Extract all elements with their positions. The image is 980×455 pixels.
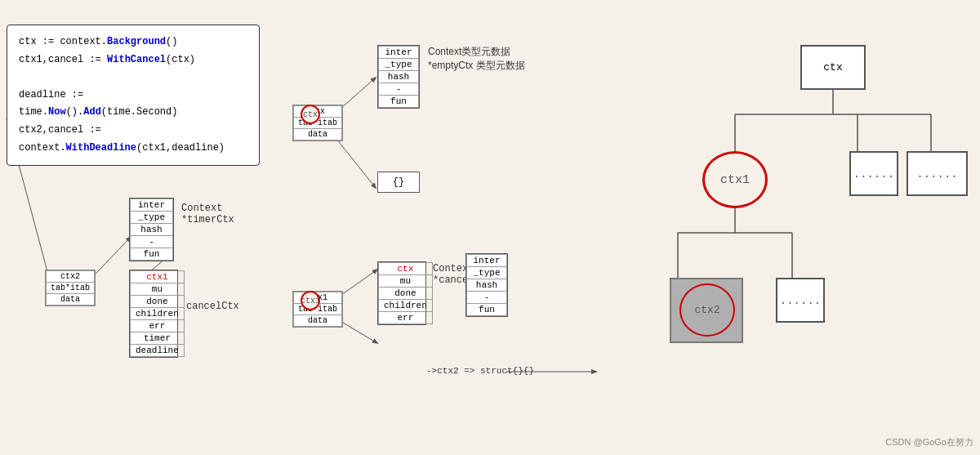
code-line-4: deadline := time.Now().Add(time.Second) (19, 87, 247, 122)
tree-root-ctx: ctx (800, 45, 866, 90)
timer-ctx-struct: inter _type hash - fun (129, 198, 174, 261)
tree-ctx2-gray-box: ctx2 (670, 278, 743, 343)
tree-ctx1-circle: ctx1 (702, 151, 768, 208)
code-line-1: ctx := context.Background() (19, 33, 247, 51)
empty-braces-box: {} (377, 172, 420, 193)
main-canvas: ctx := context.Background() ctx1,cancel … (0, 0, 980, 455)
cancel-ctx-label: cancelCtx (186, 301, 239, 312)
cancel-ctx2-top-struct: inter _type hash - fun (466, 253, 508, 317)
timer-ctx-label: Context *timerCtx (181, 203, 234, 225)
cancel-ctx-struct: ctx1 mu done children err timer deadline (129, 270, 178, 358)
tree-dots1-box: ...... (906, 151, 968, 196)
cancel-ctx2-struct: ctx mu done children err (377, 261, 426, 325)
code-line-5: ctx2,cancel := context.WithDeadline(ctx1… (19, 122, 247, 157)
ctx-circle-marker: ctx (301, 105, 320, 124)
watermark: CSDN @GoGo在努力 (885, 436, 973, 448)
tree-dots2-box: ...... (849, 151, 898, 196)
ctx1-circle-marker: ctx1 (301, 291, 320, 310)
tree-ctx2-circle: ctx2 (679, 283, 735, 337)
empty-ctx-type-label: Context类型元数据 *emptyCtx 类型元数据 (428, 45, 525, 73)
tree-dots3-box: ...... (776, 278, 825, 323)
code-line-3 (19, 69, 247, 87)
empty-ctx-struct: inter _type hash - fun (377, 45, 420, 109)
ctx2-arrow-label: ->ctx2 => struct{}{} (426, 366, 534, 376)
code-line-2: ctx1,cancel := WithCancel(ctx) (19, 51, 247, 69)
ctx2-label-box: ctx2 tab*itab data (45, 270, 96, 306)
code-box: ctx := context.Background() ctx1,cancel … (7, 25, 260, 166)
